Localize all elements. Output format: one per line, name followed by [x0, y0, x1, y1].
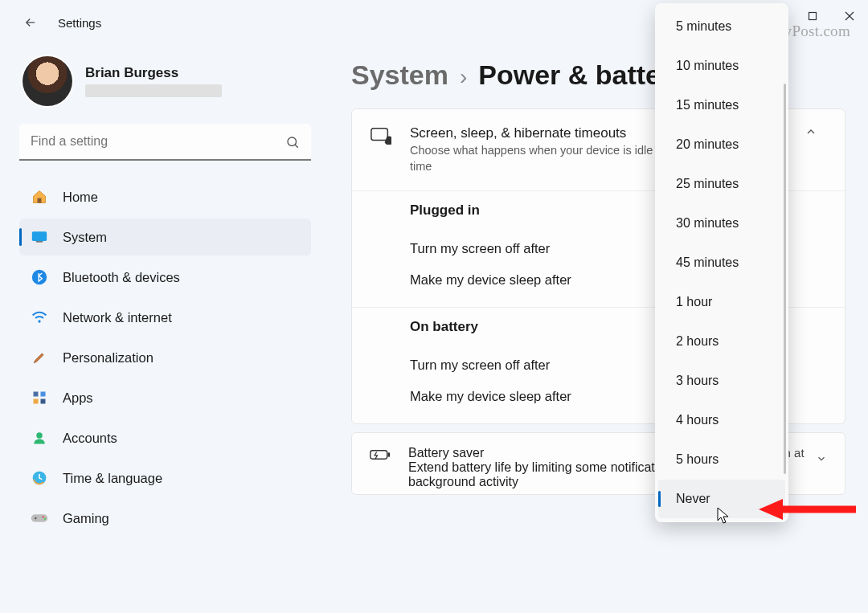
nav-accounts[interactable]: Accounts	[19, 419, 311, 456]
dropdown-option[interactable]: 3 hours	[658, 362, 785, 400]
dropdown-option[interactable]: 25 minutes	[658, 165, 785, 203]
annotation-arrow	[755, 496, 860, 526]
system-icon	[31, 228, 48, 246]
dropdown-option[interactable]: 5 minutes	[658, 7, 785, 46]
svg-point-10	[38, 320, 40, 322]
profile-block[interactable]: Brian Burgess	[19, 56, 311, 106]
bluetooth-icon	[31, 268, 48, 286]
nav-system[interactable]: System	[19, 219, 311, 255]
timeout-dropdown[interactable]: 5 minutes10 minutes15 minutes20 minutes2…	[655, 3, 788, 522]
svg-rect-12	[41, 392, 46, 397]
svg-rect-23	[388, 453, 391, 457]
nav-list: Home System Bluetooth & devices Network …	[19, 178, 311, 537]
svg-rect-21	[371, 129, 387, 141]
window-title: Settings	[58, 16, 101, 30]
wifi-icon	[31, 309, 48, 326]
svg-point-20	[44, 518, 46, 520]
search-input[interactable]	[19, 124, 311, 161]
home-icon	[31, 188, 48, 206]
svg-point-15	[36, 432, 43, 439]
account-icon	[31, 429, 48, 447]
nav-gaming[interactable]: Gaming	[19, 500, 311, 537]
search-icon	[285, 135, 300, 153]
svg-point-4	[288, 137, 297, 146]
chevron-right-icon: ›	[460, 64, 467, 90]
back-button[interactable]	[14, 6, 47, 39]
svg-rect-1	[809, 13, 817, 20]
nav-network[interactable]: Network & internet	[19, 299, 311, 336]
cursor-icon	[717, 507, 731, 528]
nav-time[interactable]: Time & language	[19, 460, 311, 497]
clock-icon	[31, 469, 48, 487]
svg-rect-6	[38, 198, 42, 203]
screen-sleep-icon	[370, 125, 392, 145]
nav-label: Gaming	[63, 511, 109, 526]
dropdown-option[interactable]: 2 hours	[658, 322, 785, 361]
svg-rect-7	[32, 231, 47, 241]
breadcrumb-parent[interactable]: System	[351, 59, 448, 91]
dropdown-option[interactable]: 5 hours	[658, 440, 785, 479]
search-box[interactable]	[19, 124, 311, 161]
nav-label: Network & internet	[63, 310, 172, 325]
svg-rect-13	[34, 399, 39, 404]
avatar	[23, 56, 72, 106]
nav-personalization[interactable]: Personalization	[19, 339, 311, 376]
svg-marker-25	[759, 499, 783, 520]
chevron-up-icon[interactable]	[795, 125, 827, 138]
nav-label: Apps	[63, 390, 93, 406]
dropdown-option[interactable]: 4 hours	[658, 401, 785, 439]
sidebar: Brian Burgess Home System Bluetooth & de…	[0, 45, 326, 613]
dropdown-option[interactable]: 15 minutes	[658, 86, 785, 125]
profile-name: Brian Burgess	[85, 65, 222, 81]
dropdown-option[interactable]: 45 minutes	[658, 243, 785, 282]
profile-email-redacted	[85, 84, 222, 97]
nav-bluetooth[interactable]: Bluetooth & devices	[19, 259, 311, 296]
apps-icon	[31, 389, 48, 407]
dropdown-option[interactable]: 10 minutes	[658, 47, 785, 85]
brush-icon	[31, 349, 48, 366]
svg-line-5	[295, 145, 298, 148]
nav-label: Time & language	[63, 471, 162, 486]
battery-saver-icon	[370, 446, 391, 462]
dropdown-scrollbar[interactable]	[784, 84, 786, 474]
nav-label: System	[63, 230, 107, 245]
svg-rect-22	[371, 451, 387, 459]
nav-label: Accounts	[63, 431, 117, 446]
dropdown-option[interactable]: 20 minutes	[658, 125, 785, 164]
nav-label: Home	[63, 190, 98, 205]
svg-point-9	[32, 270, 47, 284]
dropdown-option[interactable]: 30 minutes	[658, 204, 785, 243]
svg-point-19	[43, 516, 44, 517]
nav-home[interactable]: Home	[19, 178, 311, 215]
svg-rect-11	[34, 392, 39, 397]
chevron-down-icon	[816, 453, 827, 467]
svg-rect-8	[36, 241, 43, 243]
nav-label: Bluetooth & devices	[63, 270, 180, 285]
nav-apps[interactable]: Apps	[19, 379, 311, 416]
gaming-icon	[31, 509, 48, 527]
nav-label: Personalization	[63, 350, 154, 366]
svg-rect-14	[41, 399, 46, 404]
svg-point-18	[35, 517, 36, 519]
dropdown-option[interactable]: 1 hour	[658, 283, 785, 321]
